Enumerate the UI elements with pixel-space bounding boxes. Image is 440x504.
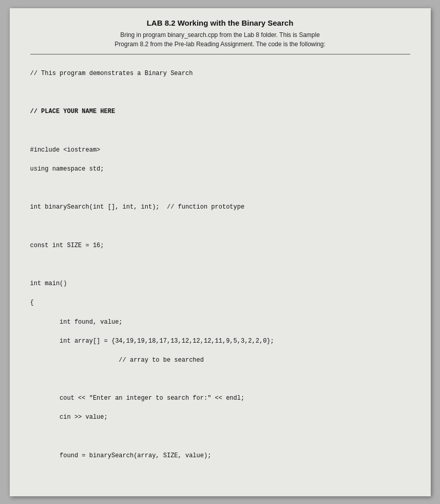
code-line14: int found, value; [30,319,123,326]
header-description: Bring in program binary_search.cpp from … [30,30,410,49]
code-line8: int binarySearch(int [], int, int); // f… [30,203,245,211]
code-line5: #include <iostream> [30,146,101,154]
code-line19: cin >> value; [30,414,108,421]
code-line15: int array[] = {34,19,19,18,17,13,12,12,1… [30,338,274,345]
desc-line1: Bring in program binary_search.cpp from … [120,31,320,39]
title-text: LAB 8.2 Working with the Binary Search [147,18,294,27]
desc-line2: Program 8.2 from the Pre-lab Reading Ass… [114,41,326,48]
page-header: LAB 8.2 Working with the Binary Search B… [30,18,410,49]
page-title: LAB 8.2 Working with the Binary Search [30,18,410,27]
page: LAB 8.2 Working with the Binary Search B… [10,8,431,496]
code-line21: found = binarySearch(array, SIZE, value)… [30,452,212,459]
code-line13: { [30,299,34,306]
code-line6: using namespace std; [30,165,104,173]
code-line1: // This program demonstrates a Binary Se… [30,70,193,77]
code-line10: const int SIZE = 16; [30,242,104,249]
code-line12: int main() [30,280,67,287]
top-divider [30,54,410,54]
code-line16: // array to be searched [30,357,204,364]
code-line3: // PLACE YOUR NAME HERE [30,108,116,115]
code-content: // This program demonstrates a Binary Se… [30,60,410,505]
code-line18: cout << "Enter an integer to search for:… [30,395,245,402]
